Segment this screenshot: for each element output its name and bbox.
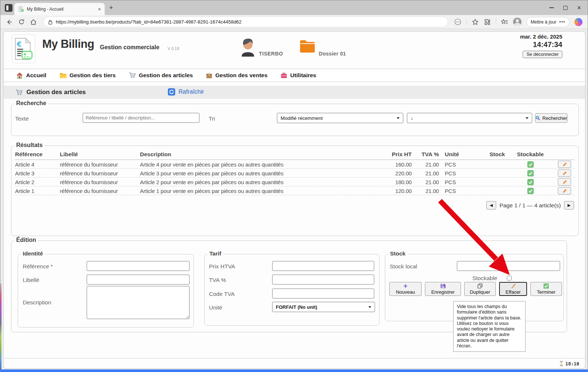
search-text-label: Texte bbox=[15, 115, 29, 122]
enregistrer-button[interactable]: Enregistrer bbox=[425, 282, 461, 296]
refresh-icon[interactable] bbox=[18, 18, 25, 26]
left-edge-gradient bbox=[0, 283, 1, 369]
window-controls: × bbox=[549, 0, 584, 15]
close-icon[interactable]: × bbox=[577, 4, 581, 11]
sort-direction-select[interactable]: ↓ bbox=[407, 113, 532, 123]
cell-tva: 21.00 bbox=[413, 161, 440, 168]
maximize-icon[interactable] bbox=[563, 6, 567, 10]
folder-icon bbox=[59, 72, 66, 78]
update-browser-label: Mettre à jour bbox=[531, 19, 556, 25]
package-icon bbox=[206, 72, 212, 79]
next-page-button[interactable]: ▶ bbox=[564, 201, 574, 210]
logout-button[interactable]: Se déconnecter bbox=[523, 51, 562, 58]
new-tab-button[interactable]: + bbox=[109, 4, 113, 12]
extensions-puzzle-icon[interactable] bbox=[484, 18, 491, 26]
edit-pencil-icon bbox=[562, 189, 567, 193]
cell-stockable bbox=[506, 186, 554, 195]
cell-tva: 21.00 bbox=[413, 188, 440, 194]
current-time: 14:47:34 bbox=[520, 40, 562, 49]
edit-article-button[interactable] bbox=[558, 169, 571, 177]
search-button[interactable]: Rechercher bbox=[535, 113, 567, 123]
effacer-button[interactable]: Effacer bbox=[499, 282, 527, 296]
cell-tva: 21.00 bbox=[413, 170, 440, 176]
page-header: Gestion des articles Rafraîchir bbox=[4, 86, 585, 99]
nav-item-utilitaires[interactable]: Utilitaires bbox=[281, 72, 316, 79]
description-label: Description bbox=[23, 299, 51, 306]
svg-text:€: € bbox=[17, 40, 22, 49]
unite-select[interactable]: FORFAIT (No unit) bbox=[272, 302, 375, 312]
col-stockable: Stockable bbox=[506, 151, 554, 158]
bottom-blue-bar bbox=[0, 369, 588, 372]
edition-legend: Édition bbox=[14, 237, 38, 243]
sort-label: Tri bbox=[209, 115, 215, 122]
nav-item-gestion-des-articles[interactable]: Gestion des articles bbox=[129, 72, 193, 79]
results-table: Référence Libellé Description Prix HT TV… bbox=[15, 151, 575, 195]
cell-unite: PCS bbox=[440, 188, 466, 194]
libelle-field[interactable] bbox=[87, 275, 190, 285]
stockable-check-icon bbox=[527, 170, 534, 176]
table-row: Article 1référence du fournisseurArticle… bbox=[15, 186, 575, 195]
tab-close-icon[interactable]: × bbox=[98, 7, 101, 12]
cart-icon bbox=[129, 72, 136, 79]
code-tva-field[interactable] bbox=[272, 289, 374, 298]
cell-actions bbox=[554, 178, 575, 186]
edit-article-button[interactable] bbox=[558, 161, 571, 168]
col-libelle: Libellé bbox=[60, 151, 140, 158]
favorite-star-icon[interactable] bbox=[472, 18, 479, 26]
nav-item-gestion-des-tiers[interactable]: Gestion des tiers bbox=[59, 72, 116, 79]
effacer-tooltip: Vide tous les champs du formulaire d'édi… bbox=[453, 301, 526, 352]
refresh-page-link[interactable]: Rafraîchir bbox=[168, 88, 204, 96]
tarif-groupbox: Tarif Prix HTVA TVA % Code TVA Unité FOR… bbox=[204, 254, 379, 326]
nav-item-gestion-des-ventes[interactable]: Gestion des ventes bbox=[206, 72, 267, 79]
more-options-icon[interactable] bbox=[454, 18, 462, 26]
terminer-button[interactable]: Terminer bbox=[530, 282, 562, 296]
edit-pencil-icon bbox=[562, 180, 567, 185]
prev-page-button[interactable]: ◀ bbox=[486, 201, 496, 210]
session-timer: 18:10 bbox=[565, 361, 579, 366]
cell-libelle: référence du fournisseur bbox=[60, 179, 140, 185]
cell-description: Article 1 pour vente en pièces par pièce… bbox=[140, 188, 378, 194]
cell-stockable bbox=[506, 169, 554, 178]
description-field[interactable] bbox=[87, 286, 190, 319]
copilot-icon[interactable] bbox=[574, 18, 582, 26]
cell-unite: PCS bbox=[440, 179, 466, 185]
sort-select[interactable]: Modifié récemment bbox=[277, 113, 403, 123]
identite-groupbox: Identité Référence * Libellé Description bbox=[18, 254, 194, 328]
cell-libelle: référence du fournisseur bbox=[60, 188, 140, 194]
stock-local-field[interactable] bbox=[457, 261, 560, 271]
dossier-folder-icon bbox=[299, 39, 315, 54]
edit-article-button[interactable] bbox=[558, 187, 571, 194]
app-logo: € bbox=[12, 35, 35, 63]
more-menu-icon: ••• bbox=[559, 19, 565, 25]
cell-reference: Article 3 bbox=[15, 170, 60, 176]
search-input[interactable] bbox=[83, 113, 199, 123]
update-browser-button[interactable]: Mettre à jour ••• bbox=[526, 17, 570, 27]
favorites-bar-icon[interactable] bbox=[501, 18, 508, 26]
reference-field[interactable] bbox=[87, 261, 190, 271]
minimize-icon[interactable] bbox=[549, 7, 554, 8]
libelle-label: Libellé bbox=[23, 277, 39, 283]
favicon-icon bbox=[18, 6, 24, 12]
main-nav: Accueil Gestion des tiers Gestion des ar… bbox=[4, 69, 585, 82]
prix-htva-field[interactable] bbox=[272, 261, 374, 271]
edit-article-button[interactable] bbox=[558, 178, 571, 186]
nouveau-button[interactable]: + Nouveau bbox=[389, 282, 422, 296]
cell-prix: 220.00 bbox=[378, 170, 413, 176]
stockable-checkbox[interactable] bbox=[507, 276, 512, 280]
browser-tab[interactable]: My Billing - Accueil × bbox=[14, 3, 105, 15]
cell-prix: 120.00 bbox=[378, 188, 413, 194]
dupliquer-button[interactable]: Dupliquer bbox=[464, 282, 496, 296]
tab-actions-menu-icon[interactable] bbox=[5, 4, 12, 12]
home-icon[interactable] bbox=[30, 18, 37, 26]
cell-prix: 160.00 bbox=[378, 161, 413, 168]
col-description: Description bbox=[140, 151, 378, 158]
address-bar[interactable]: https://mybilling.tiserbo.be/products/?t… bbox=[43, 17, 448, 27]
tva-field[interactable] bbox=[272, 275, 374, 285]
browser-profile-avatar[interactable] bbox=[513, 18, 522, 26]
house-icon bbox=[16, 72, 23, 79]
nav-item-accueil[interactable]: Accueil bbox=[16, 72, 46, 79]
refresh-page-label: Rafraîchir bbox=[178, 89, 204, 95]
cell-actions bbox=[554, 186, 575, 195]
toolbar-separator bbox=[496, 19, 496, 25]
back-icon[interactable] bbox=[6, 18, 13, 26]
